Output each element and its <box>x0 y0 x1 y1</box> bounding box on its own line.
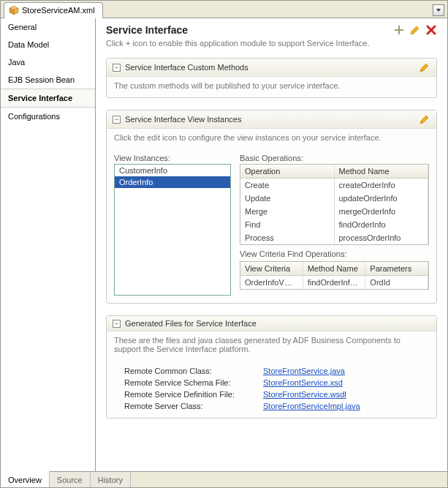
cell: createOrderInfo <box>335 179 429 192</box>
view-instances-listbox[interactable]: CustomerInfo OrderInfo <box>114 164 231 296</box>
gen-link[interactable]: StoreFrontService.xsd <box>263 378 343 387</box>
sidebar-item-configurations[interactable]: Configurations <box>1 108 95 125</box>
page-title: Service Interface <box>106 24 393 36</box>
column-header[interactable]: View Criteria <box>240 262 303 275</box>
cell: mergeOrderInfo <box>335 205 429 218</box>
content-area: Service Interface Click + icon to enable… <box>96 18 447 471</box>
cell: Find <box>240 218 335 231</box>
gen-label: Remote Common Class: <box>124 367 263 375</box>
cell: Process <box>240 231 335 244</box>
view-criteria-label: View Criteria Find Operations: <box>240 249 429 258</box>
cell: Update <box>240 192 335 205</box>
cell: Create <box>240 179 335 192</box>
table-body-scroll[interactable]: CreatecreateOrderInfo UpdateupdateOrderI… <box>240 179 428 244</box>
add-icon[interactable] <box>393 24 405 36</box>
svg-marker-3 <box>436 9 441 12</box>
edit-icon[interactable] <box>419 61 430 73</box>
section-description: The custom methods will be published to … <box>107 77 436 97</box>
column-header[interactable]: Method Name <box>303 262 366 275</box>
gen-link[interactable]: StoreFrontService.wsdl <box>263 390 346 399</box>
column-header[interactable]: Operation <box>240 165 335 178</box>
gen-link[interactable]: StoreFrontService.java <box>263 367 345 375</box>
cell: processOrderInfo <box>335 231 429 244</box>
file-tab-label: StoreServiceAM.xml <box>22 6 95 15</box>
collapse-toggle[interactable]: − <box>113 320 121 328</box>
file-tab-storeservice[interactable]: StoreServiceAM.xml <box>4 2 103 18</box>
section-view-instances: − Service Interface View Instances Click… <box>106 110 437 304</box>
list-item[interactable]: OrderInfo <box>115 176 230 188</box>
dropdown-button[interactable] <box>433 4 444 16</box>
cell: OrdId <box>365 276 428 289</box>
section-description: These are the files and java classes gen… <box>107 331 436 361</box>
view-instances-label: View Instances: <box>114 154 231 162</box>
sidebar-item-service-interface[interactable]: Service Interface <box>1 89 95 108</box>
edit-icon[interactable] <box>419 113 430 125</box>
sidebar-item-ejb-session-bean[interactable]: EJB Session Bean <box>1 71 95 89</box>
list-item[interactable]: CustomerInfo <box>115 165 230 176</box>
page-subtext: Click + icon to enable this application … <box>106 39 437 48</box>
cell: updateOrderInfo <box>335 192 429 205</box>
sidebar-item-data-model[interactable]: Data Model <box>1 36 95 53</box>
gen-label: Remote Service Schema File: <box>124 378 263 387</box>
app-module-icon <box>9 5 19 15</box>
file-tab-bar: StoreServiceAM.xml <box>1 1 447 18</box>
cell: OrderInfoVOCri... <box>240 276 303 289</box>
cell: Merge <box>240 205 335 218</box>
section-generated-files: − Generated Files for Service Interface … <box>106 315 437 418</box>
edit-icon[interactable] <box>409 24 421 36</box>
section-description: Click the edit icon to configure the vie… <box>107 129 436 149</box>
sidebar-item-java[interactable]: Java <box>1 53 95 71</box>
section-custom-methods: − Service Interface Custom Methods The c… <box>106 58 437 98</box>
collapse-toggle[interactable]: − <box>113 116 121 124</box>
column-header[interactable]: Parameters <box>365 262 428 275</box>
basic-operations-table: Operation Method Name CreatecreateOrderI… <box>240 164 429 245</box>
basic-operations-label: Basic Operations: <box>240 154 429 162</box>
section-title: Service Interface View Instances <box>125 115 419 124</box>
gen-label: Remote Server Class: <box>124 402 263 410</box>
gen-link[interactable]: StoreFrontServiceImpl.java <box>263 402 360 410</box>
bottom-tab-bar: Overview Source History <box>1 471 447 487</box>
section-title: Service Interface Custom Methods <box>125 63 419 72</box>
delete-icon[interactable] <box>425 24 437 36</box>
cell: findOrderInfo <box>335 218 429 231</box>
view-criteria-table: View Criteria Method Name Parameters Ord… <box>240 261 429 290</box>
gen-label: Remote Service Definition File: <box>124 390 263 399</box>
bottom-tab-overview[interactable]: Overview <box>1 471 50 487</box>
sidebar-item-general[interactable]: General <box>1 18 95 36</box>
bottom-tab-source[interactable]: Source <box>50 472 91 487</box>
cell: findOrderInfoOr... <box>303 276 366 289</box>
column-header[interactable]: Method Name <box>335 165 429 178</box>
collapse-toggle[interactable]: − <box>113 64 121 72</box>
sidebar: General Data Model Java EJB Session Bean… <box>1 18 96 471</box>
section-title: Generated Files for Service Interface <box>125 319 430 328</box>
bottom-tab-history[interactable]: History <box>91 472 131 487</box>
